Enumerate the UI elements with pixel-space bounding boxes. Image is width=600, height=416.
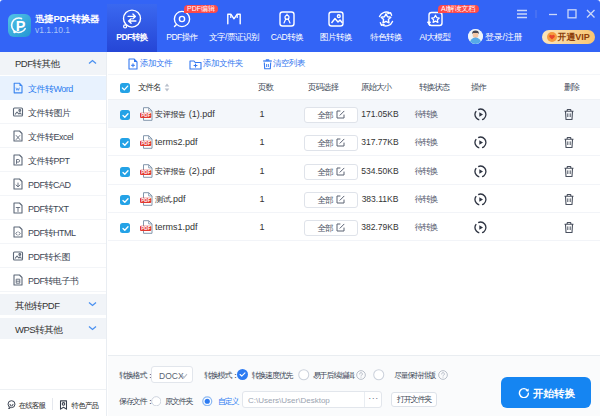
svg-text:P: P	[16, 18, 26, 34]
svg-text:PDF: PDF	[141, 113, 150, 118]
svg-text:PDF: PDF	[141, 198, 150, 203]
svg-text:PDF: PDF	[141, 170, 150, 175]
svg-text:PDF: PDF	[141, 226, 150, 231]
svg-text:PDF: PDF	[141, 141, 150, 146]
